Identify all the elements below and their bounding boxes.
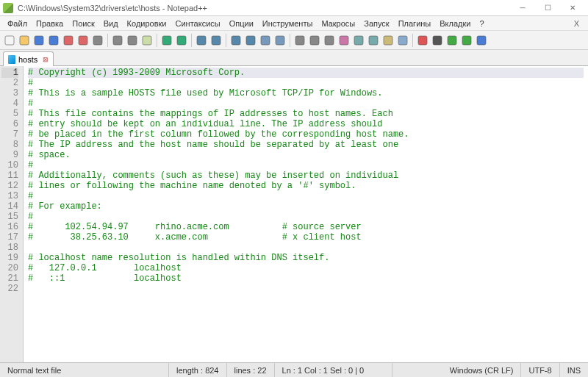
code-line[interactable]: # <box>28 160 584 170</box>
menu-item-1[interactable]: Правка <box>32 18 68 29</box>
code-line[interactable]: # be placed in the first column followed… <box>28 129 584 140</box>
line-number: 1 <box>1 68 18 78</box>
svg-rect-1 <box>20 36 29 45</box>
paste-icon[interactable] <box>140 34 154 47</box>
window-buttons: ─ ☐ ✕ <box>510 1 585 15</box>
copy-icon[interactable] <box>126 34 139 47</box>
close-all-icon[interactable] <box>76 34 90 47</box>
code-line[interactable]: # lines or following the machine name de… <box>28 181 584 191</box>
cut-icon[interactable] <box>111 34 124 47</box>
folder-tree-icon[interactable] <box>381 34 395 47</box>
line-number: 19 <box>1 253 18 263</box>
line-number: 5 <box>1 109 18 119</box>
show-chars-icon[interactable] <box>308 34 321 47</box>
menu-item-11[interactable]: Вкладки <box>435 18 475 29</box>
line-number: 22 <box>1 284 18 294</box>
record-macro-icon[interactable] <box>416 34 429 47</box>
menu-item-3[interactable]: Вид <box>99 18 123 29</box>
code-line[interactable]: # This is a sample HOSTS file used by Mi… <box>28 88 584 98</box>
code-line[interactable] <box>28 284 584 294</box>
svg-rect-4 <box>64 36 73 45</box>
sync-v-icon[interactable] <box>259 34 272 47</box>
play-macro-icon[interactable] <box>445 34 459 47</box>
close-file-icon[interactable] <box>62 34 75 47</box>
save-icon[interactable] <box>32 34 46 47</box>
code-line[interactable]: # ::1 localhost <box>28 273 584 284</box>
close-button[interactable]: ✕ <box>560 1 585 15</box>
code-line[interactable]: # Additionally, comments (such as these)… <box>28 170 584 181</box>
code-line[interactable]: # 38.25.63.10 x.acme.com # x client host <box>28 232 584 243</box>
stop-macro-icon[interactable] <box>431 34 444 47</box>
maximize-button[interactable]: ☐ <box>535 1 560 15</box>
menu-item-6[interactable]: Опции <box>225 18 258 29</box>
line-number: 8 <box>1 140 18 150</box>
code-line[interactable]: # <box>28 212 584 222</box>
toolbar <box>0 31 588 50</box>
code-line[interactable]: # localhost name resolution is handled w… <box>28 253 584 263</box>
user-lang-icon[interactable] <box>337 34 351 47</box>
menu-item-2[interactable]: Поиск <box>68 18 98 29</box>
save-macro-icon[interactable] <box>475 34 488 47</box>
wrap-icon[interactable] <box>293 34 306 47</box>
svg-rect-18 <box>295 36 304 45</box>
svg-rect-17 <box>276 36 284 45</box>
replace-icon[interactable] <box>209 34 223 47</box>
code-line[interactable]: # For example: <box>28 201 584 212</box>
func-list-icon[interactable] <box>367 34 380 47</box>
monitor-icon[interactable] <box>396 34 409 47</box>
code-line[interactable]: # <box>28 98 584 109</box>
code-line[interactable]: # 102.54.94.97 rhino.acme.com # source s… <box>28 222 584 232</box>
code-line[interactable]: # This file contains the mappings of IP … <box>28 109 584 119</box>
zoom-in-icon[interactable] <box>229 34 243 47</box>
code-line[interactable] <box>28 243 584 253</box>
code-line[interactable]: # 127.0.0.1 localhost <box>28 263 584 273</box>
code-line[interactable]: # space. <box>28 150 584 160</box>
code-line[interactable]: # <box>28 191 584 201</box>
menubar-close-x[interactable]: X <box>568 19 585 28</box>
tab-label: hosts <box>18 55 37 64</box>
save-all-icon[interactable] <box>47 34 60 47</box>
minimize-button[interactable]: ─ <box>510 1 535 15</box>
menu-item-8[interactable]: Макросы <box>317 18 359 29</box>
menu-item-9[interactable]: Запуск <box>359 18 393 29</box>
line-number: 3 <box>1 88 18 98</box>
svg-rect-13 <box>212 36 220 45</box>
menu-item-12[interactable]: ? <box>475 18 488 29</box>
zoom-out-icon[interactable] <box>244 34 257 47</box>
sync-h-icon[interactable] <box>273 34 287 47</box>
tab-close-icon[interactable]: ⊠ <box>43 56 49 63</box>
menu-item-5[interactable]: Синтаксисы <box>171 18 225 29</box>
editor[interactable]: 12345678910111213141516171819202122 # Co… <box>0 66 588 362</box>
doc-map-icon[interactable] <box>352 34 365 47</box>
play-multi-icon[interactable] <box>460 34 473 47</box>
menu-item-0[interactable]: Файл <box>3 18 32 29</box>
redo-icon[interactable] <box>175 34 188 47</box>
code-area[interactable]: # Copyright (c) 1993-2009 Microsoft Corp… <box>24 66 588 362</box>
menu-item-10[interactable]: Плагины <box>394 18 436 29</box>
svg-rect-29 <box>462 36 471 45</box>
find-icon[interactable] <box>195 34 208 47</box>
line-number: 4 <box>1 98 18 109</box>
status-length: length : 824 <box>169 363 227 377</box>
code-line[interactable]: # Copyright (c) 1993-2009 Microsoft Corp… <box>28 68 584 78</box>
svg-rect-12 <box>197 36 206 45</box>
code-line[interactable]: # The IP address and the host name shoul… <box>28 140 584 150</box>
svg-rect-10 <box>162 36 171 45</box>
toolbar-separator <box>191 34 192 47</box>
line-number: 12 <box>1 181 18 191</box>
svg-rect-15 <box>246 36 255 45</box>
indent-guide-icon[interactable] <box>323 34 336 47</box>
svg-rect-28 <box>448 36 456 45</box>
code-line[interactable]: # entry should be kept on an individual … <box>28 119 584 129</box>
undo-icon[interactable] <box>160 34 173 47</box>
open-file-icon[interactable] <box>18 34 31 47</box>
svg-rect-2 <box>35 36 43 45</box>
menu-item-4[interactable]: Кодировки <box>123 18 171 29</box>
svg-rect-20 <box>325 36 334 45</box>
window-title: C:\Windows\System32\drivers\etc\hosts - … <box>18 4 510 12</box>
print-icon[interactable] <box>91 34 104 47</box>
tab-hosts[interactable]: hosts ⊠ <box>3 51 54 66</box>
new-file-icon[interactable] <box>3 34 16 47</box>
code-line[interactable]: # <box>28 78 584 88</box>
menu-item-7[interactable]: Инструменты <box>258 18 318 29</box>
